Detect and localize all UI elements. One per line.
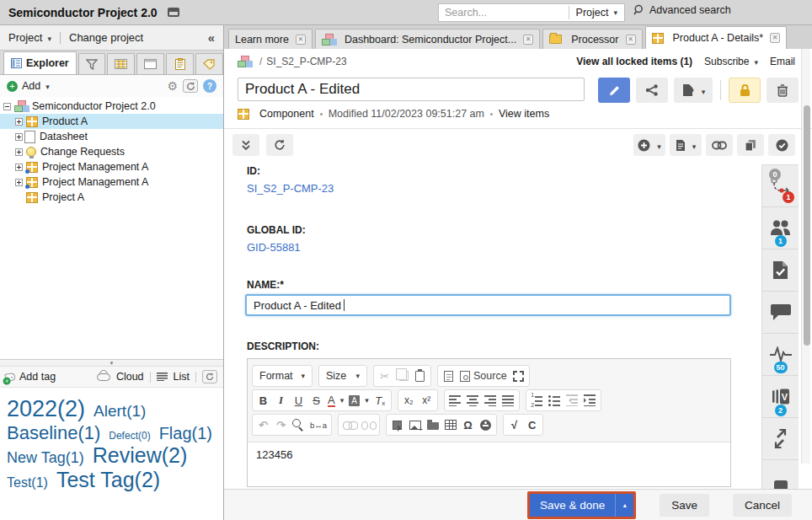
- view-items-link[interactable]: View items: [499, 108, 549, 120]
- editor-history-button[interactable]: ↶: [254, 415, 272, 434]
- editor-list-button[interactable]: [581, 391, 599, 410]
- delete-button[interactable]: [767, 78, 799, 103]
- sync-button[interactable]: [183, 79, 198, 93]
- tag-link[interactable]: Test(1): [7, 475, 48, 490]
- relationships-button[interactable]: [636, 78, 668, 103]
- editor-link-button[interactable]: [359, 415, 377, 434]
- collapse-all-button[interactable]: [232, 134, 259, 156]
- project-menu[interactable]: Project: [0, 31, 60, 44]
- scrollbar-thumb[interactable]: [804, 105, 810, 346]
- tab-tags[interactable]: [195, 53, 223, 74]
- connected-users-widget[interactable]: 1: [762, 207, 799, 249]
- editor-history-button[interactable]: [290, 415, 307, 434]
- global-id-value-link[interactable]: GID-55881: [247, 241, 301, 254]
- maximize-button[interactable]: [510, 367, 527, 385]
- tag-link[interactable]: 2022(2): [7, 396, 85, 421]
- editor-align-button[interactable]: [499, 391, 517, 410]
- editor-history-button[interactable]: ↷: [272, 415, 290, 434]
- size-dropdown[interactable]: Size: [321, 367, 365, 385]
- relationships-widget[interactable]: 0 1: [762, 165, 799, 207]
- window-panel-icon[interactable]: [168, 8, 179, 17]
- editor-math-button[interactable]: √: [505, 415, 523, 434]
- close-icon[interactable]: [523, 35, 533, 45]
- editor-align-button[interactable]: [464, 391, 482, 410]
- editor-style-button[interactable]: I: [272, 391, 290, 410]
- tag-link[interactable]: Defect(0): [109, 430, 150, 442]
- tree-item[interactable]: Project A: [0, 190, 223, 205]
- tab-grid[interactable]: [107, 53, 135, 74]
- editor-clipboard-button[interactable]: ✂: [376, 367, 393, 385]
- help-icon[interactable]: [203, 79, 216, 93]
- editor-history-button[interactable]: b↔a: [307, 415, 329, 434]
- close-icon[interactable]: [296, 35, 306, 45]
- synced-items-widget[interactable]: [762, 418, 799, 460]
- tree-item[interactable]: Change Requests: [0, 144, 223, 159]
- editor-math-button[interactable]: C: [523, 415, 541, 434]
- document-tab[interactable]: Product A - Details*: [645, 26, 788, 49]
- tag-link[interactable]: Review(2): [93, 443, 188, 467]
- verify-button[interactable]: [768, 134, 795, 156]
- tag-cloud-view-button[interactable]: Cloud: [116, 371, 144, 383]
- subscribe-dropdown[interactable]: Subscribe: [704, 56, 758, 67]
- vertical-scrollbar[interactable]: [801, 49, 810, 464]
- tree-item[interactable]: Product A: [0, 114, 223, 129]
- cancel-button[interactable]: Cancel: [733, 494, 792, 517]
- panel-resize-handle[interactable]: [0, 359, 223, 366]
- tree-item[interactable]: Project Management A: [0, 159, 223, 174]
- tag-link[interactable]: New Tag(1): [7, 449, 84, 466]
- gear-icon[interactable]: [167, 79, 178, 93]
- document-actions-button[interactable]: [670, 134, 702, 156]
- editor-style-button[interactable]: B: [254, 391, 272, 410]
- item-name-title-input[interactable]: Product A - Edited: [238, 78, 585, 101]
- editor-list-button[interactable]: [546, 391, 564, 410]
- editor-insert-button[interactable]: [441, 415, 459, 434]
- editor-link-button[interactable]: [340, 415, 359, 434]
- id-value-link[interactable]: SI_S2_P-CMP-23: [247, 182, 334, 195]
- editor-clipboard-button[interactable]: [411, 367, 429, 385]
- document-tab[interactable]: Processor: [542, 29, 642, 49]
- editor-clipboard-button[interactable]: [393, 367, 411, 385]
- edit-button[interactable]: [598, 78, 630, 103]
- editor-style-button[interactable]: A: [325, 391, 346, 410]
- tag-link[interactable]: Flag(1): [159, 424, 212, 442]
- reviews-widget[interactable]: [762, 249, 799, 292]
- email-link[interactable]: Email: [770, 56, 795, 67]
- versions-widget[interactable]: V 2: [762, 376, 799, 418]
- tag-link[interactable]: Test Tag(2): [56, 468, 160, 491]
- tree-item[interactable]: Project Management A: [0, 174, 223, 190]
- tag-link[interactable]: Alert(1): [93, 402, 146, 420]
- tree-item[interactable]: Semiconductor Project 2.0: [0, 99, 223, 114]
- editor-align-button[interactable]: [446, 391, 464, 410]
- editor-script-button[interactable]: x²: [418, 391, 435, 410]
- editor-list-button[interactable]: [564, 391, 581, 410]
- tab-explorer[interactable]: Explorer: [3, 51, 77, 74]
- collapse-sidebar-icon[interactable]: [208, 30, 215, 45]
- comments-widget[interactable]: [762, 292, 799, 334]
- activity-widget[interactable]: 50: [762, 334, 799, 376]
- save-done-button[interactable]: Save & done: [530, 494, 615, 517]
- description-content[interactable]: 123456: [248, 442, 730, 486]
- format-dropdown[interactable]: Format: [254, 367, 310, 385]
- editor-style-button[interactable]: A: [346, 391, 371, 410]
- editor-style-button[interactable]: U: [290, 391, 307, 410]
- tree-expander-icon[interactable]: [15, 164, 23, 171]
- change-project-link[interactable]: Change project: [61, 31, 152, 44]
- editor-insert-button[interactable]: [406, 415, 424, 434]
- close-icon[interactable]: [626, 35, 636, 45]
- save-done-caret[interactable]: [615, 494, 633, 517]
- tree-item[interactable]: Datasheet: [0, 129, 223, 144]
- add-related-button[interactable]: [633, 134, 665, 156]
- more-widget[interactable]: [762, 460, 799, 489]
- export-button[interactable]: [674, 78, 713, 103]
- editor-insert-button[interactable]: Ω: [459, 415, 477, 434]
- tag-refresh-button[interactable]: [202, 370, 217, 383]
- editor-list-button[interactable]: [528, 391, 546, 410]
- tab-panel[interactable]: [136, 53, 164, 74]
- name-input[interactable]: Product A - Edited: [245, 294, 731, 316]
- add-tag-button[interactable]: Add tag: [19, 371, 56, 383]
- tag-link[interactable]: Baseline(1): [7, 422, 100, 443]
- save-done-split-button[interactable]: Save & done: [527, 491, 636, 519]
- editor-insert-button[interactable]: [424, 415, 441, 434]
- tree-expander-icon[interactable]: [15, 118, 23, 126]
- tag-list-view-button[interactable]: List: [174, 371, 190, 383]
